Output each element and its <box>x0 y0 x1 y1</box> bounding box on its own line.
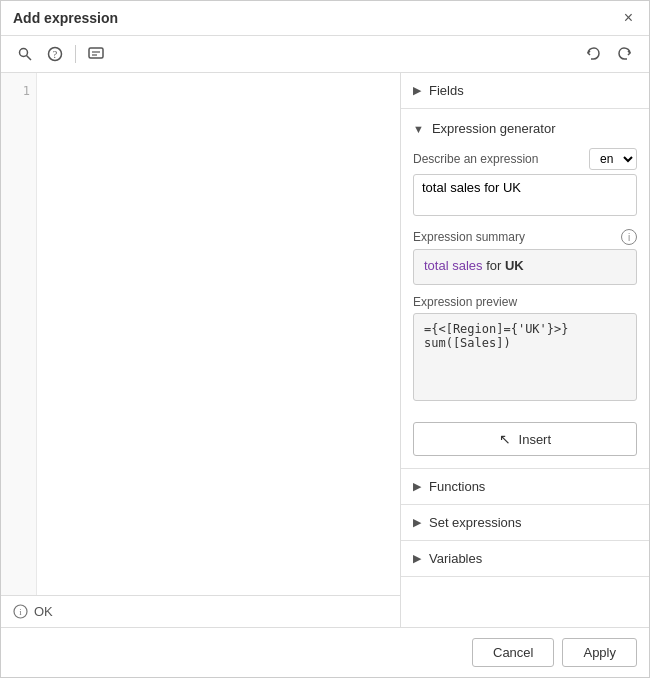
svg-line-1 <box>27 56 32 61</box>
right-panel: ▶ Fields ▼ Expression generator Describe… <box>401 73 649 627</box>
line-number-1: 1 <box>1 81 36 101</box>
variables-arrow-icon: ▶ <box>413 552 421 565</box>
dialog-title: Add expression <box>13 10 118 26</box>
preview-field-row: Expression preview ={<[Region]={'UK'}>} … <box>413 295 637 404</box>
summary-field-row: Expression summary i total sales for UK <box>413 229 637 285</box>
dialog-body: 1 i OK ▶ Fields ▼ <box>1 73 649 627</box>
describe-field-row: Describe an expression en fr de total sa… <box>413 148 637 219</box>
fields-section-title: Fields <box>429 83 464 98</box>
redo-button[interactable] <box>611 42 639 66</box>
insert-button-label: Insert <box>519 432 552 447</box>
summary-part-3: UK <box>505 258 524 273</box>
help-icon: ? <box>47 46 63 62</box>
editor-panel: 1 i OK <box>1 73 401 627</box>
search-button[interactable] <box>11 42 39 66</box>
fields-arrow-icon: ▶ <box>413 84 421 97</box>
toolbar: ? <box>1 36 649 73</box>
functions-arrow-icon: ▶ <box>413 480 421 493</box>
describe-input[interactable]: total sales for UK <box>413 174 637 216</box>
svg-rect-4 <box>89 48 103 58</box>
redo-icon <box>617 46 633 62</box>
gen-arrow-icon: ▼ <box>413 123 424 135</box>
gen-section-title: Expression generator <box>432 121 556 136</box>
expression-summary-box: total sales for UK <box>413 249 637 285</box>
summary-info-icon[interactable]: i <box>621 229 637 245</box>
preview-label-text: Expression preview <box>413 295 517 309</box>
functions-section-header[interactable]: ▶ Functions <box>401 469 649 505</box>
help-button[interactable]: ? <box>41 42 69 66</box>
functions-section-title: Functions <box>429 479 485 494</box>
set-expressions-section-header[interactable]: ▶ Set expressions <box>401 505 649 541</box>
cursor-icon: ↖ <box>499 431 511 447</box>
search-icon <box>17 46 33 62</box>
ok-info-icon: i <box>13 604 28 619</box>
summary-part-2: for <box>483 258 505 273</box>
apply-button[interactable]: Apply <box>562 638 637 667</box>
comment-icon <box>88 46 104 62</box>
line-numbers: 1 <box>1 73 37 595</box>
svg-text:i: i <box>19 607 22 617</box>
undo-icon <box>585 46 601 62</box>
code-editor[interactable] <box>37 73 400 595</box>
dialog-footer: Cancel Apply <box>1 627 649 677</box>
expression-generator: ▼ Expression generator Describe an expre… <box>401 109 649 469</box>
editor-area: 1 <box>1 73 400 595</box>
add-expression-dialog: Add expression × ? <box>0 0 650 678</box>
set-expressions-arrow-icon: ▶ <box>413 516 421 529</box>
toolbar-right <box>579 42 639 66</box>
svg-point-0 <box>20 49 28 57</box>
ok-label: OK <box>34 604 53 619</box>
describe-field-label: Describe an expression en fr de <box>413 148 637 170</box>
expression-preview-box[interactable]: ={<[Region]={'UK'}>} sum([Sales]) <box>413 313 637 401</box>
language-select[interactable]: en fr de <box>589 148 637 170</box>
cancel-button[interactable]: Cancel <box>472 638 554 667</box>
toolbar-divider <box>75 45 76 63</box>
undo-button[interactable] <box>579 42 607 66</box>
variables-section-header[interactable]: ▶ Variables <box>401 541 649 577</box>
set-expressions-section-title: Set expressions <box>429 515 522 530</box>
summary-label-text: Expression summary <box>413 230 525 244</box>
gen-section-header[interactable]: ▼ Expression generator <box>413 121 637 136</box>
insert-button[interactable]: ↖ Insert <box>413 422 637 456</box>
fields-section-header[interactable]: ▶ Fields <box>401 73 649 109</box>
summary-part-1: total sales <box>424 258 483 273</box>
dialog-header: Add expression × <box>1 1 649 36</box>
variables-section-title: Variables <box>429 551 482 566</box>
editor-footer: i OK <box>1 595 400 627</box>
svg-text:?: ? <box>53 49 58 60</box>
describe-label-text: Describe an expression <box>413 152 538 166</box>
close-button[interactable]: × <box>620 9 637 27</box>
preview-field-label: Expression preview <box>413 295 637 309</box>
summary-field-label: Expression summary i <box>413 229 637 245</box>
comment-button[interactable] <box>82 42 110 66</box>
